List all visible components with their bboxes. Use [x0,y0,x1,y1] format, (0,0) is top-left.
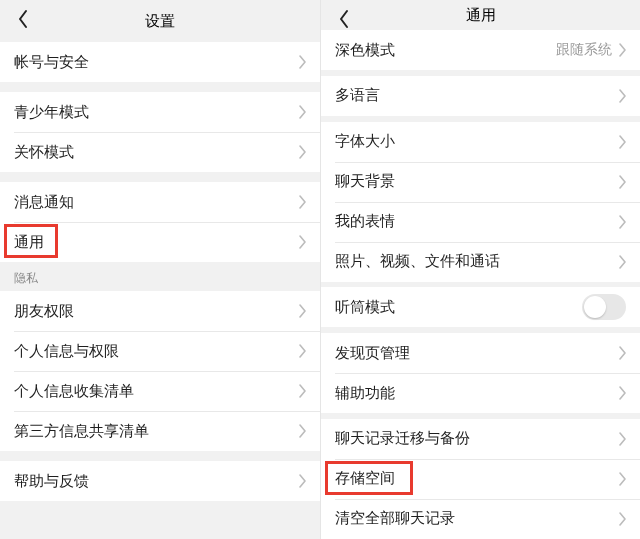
chevron-right-icon [298,105,306,119]
row-dark-mode[interactable]: 深色模式 跟随系统 [321,30,640,70]
toggle-switch[interactable] [582,294,626,320]
chevron-left-icon [17,9,29,33]
chevron-right-icon [618,255,626,269]
row-chat-migration-backup[interactable]: 聊天记录迁移与备份 [321,419,640,459]
row-label: 发现页管理 [335,344,410,363]
row-label: 聊天记录迁移与备份 [335,429,470,448]
chevron-right-icon [298,304,306,318]
chevron-right-icon [298,195,306,209]
row-help-feedback[interactable]: 帮助与反馈 [0,461,320,501]
chevron-right-icon [298,235,306,249]
chevron-right-icon [298,424,306,438]
phone-settings: 设置 帐号与安全 青少年模式 关怀模式 消息通知 [0,0,320,539]
row-label: 我的表情 [335,212,395,231]
group-c: 字体大小 聊天背景 我的表情 照片、视频、文件和通话 [321,122,640,282]
row-label: 帐号与安全 [14,53,89,72]
row-label: 朋友权限 [14,302,74,321]
group-e: 发现页管理 辅助功能 [321,333,640,413]
phone-general: 通用 深色模式 跟随系统 多语言 字体大小 [320,0,640,539]
row-label: 聊天背景 [335,172,395,191]
chevron-right-icon [618,512,626,526]
page-title: 设置 [145,12,175,31]
row-friend-permissions[interactable]: 朋友权限 [0,291,320,331]
row-label: 个人信息收集清单 [14,382,134,401]
chevron-right-icon [618,43,626,57]
row-label: 字体大小 [335,132,395,151]
row-label: 存储空间 [335,469,395,488]
chevron-right-icon [618,472,626,486]
row-label: 青少年模式 [14,103,89,122]
row-earpiece-mode[interactable]: 听筒模式 [321,287,640,327]
row-account-security[interactable]: 帐号与安全 [0,42,320,82]
row-media-files-calls[interactable]: 照片、视频、文件和通话 [321,242,640,282]
group-d: 听筒模式 [321,287,640,327]
row-personal-info-permissions[interactable]: 个人信息与权限 [0,331,320,371]
row-label: 关怀模式 [14,143,74,162]
group-b: 青少年模式 关怀模式 [0,92,320,172]
row-third-party-sharing[interactable]: 第三方信息共享清单 [0,411,320,451]
chevron-right-icon [618,346,626,360]
row-personal-info-collection[interactable]: 个人信息收集清单 [0,371,320,411]
row-label: 深色模式 [335,41,395,60]
row-storage[interactable]: 存储空间 [321,459,640,499]
row-teen-mode[interactable]: 青少年模式 [0,92,320,132]
row-discover-management[interactable]: 发现页管理 [321,333,640,373]
divider [0,451,320,461]
row-label: 个人信息与权限 [14,342,119,361]
row-label: 多语言 [335,86,380,105]
page-title: 通用 [466,6,496,25]
row-label: 清空全部聊天记录 [335,509,455,528]
group-a: 深色模式 跟随系统 [321,30,640,70]
row-label: 第三方信息共享清单 [14,422,149,441]
divider [0,172,320,182]
chevron-right-icon [618,386,626,400]
chevron-right-icon [618,215,626,229]
group-e: 帮助与反馈 [0,461,320,501]
row-label: 通用 [14,233,44,252]
row-value: 跟随系统 [556,41,612,59]
row-font-size[interactable]: 字体大小 [321,122,640,162]
row-label: 消息通知 [14,193,74,212]
row-label: 帮助与反馈 [14,472,89,491]
row-general[interactable]: 通用 [0,222,320,262]
group-f: 聊天记录迁移与备份 存储空间 清空全部聊天记录 [321,419,640,539]
row-label: 辅助功能 [335,384,395,403]
chevron-right-icon [298,55,306,69]
group-b: 多语言 [321,76,640,116]
row-care-mode[interactable]: 关怀模式 [0,132,320,172]
chevron-right-icon [298,384,306,398]
chevron-right-icon [298,344,306,358]
header-general: 通用 [321,0,640,30]
row-label: 听筒模式 [335,298,395,317]
back-button[interactable] [8,0,38,42]
chevron-right-icon [618,135,626,149]
chevron-right-icon [618,432,626,446]
row-language[interactable]: 多语言 [321,76,640,116]
app-wrap: 设置 帐号与安全 青少年模式 关怀模式 消息通知 [0,0,640,539]
chevron-right-icon [298,474,306,488]
row-accessibility[interactable]: 辅助功能 [321,373,640,413]
chevron-right-icon [298,145,306,159]
row-chat-background[interactable]: 聊天背景 [321,162,640,202]
row-notifications[interactable]: 消息通知 [0,182,320,222]
chevron-right-icon [618,175,626,189]
section-label-privacy: 隐私 [0,262,320,291]
row-label: 照片、视频、文件和通话 [335,252,500,271]
row-clear-all-chats[interactable]: 清空全部聊天记录 [321,499,640,539]
group-d: 朋友权限 个人信息与权限 个人信息收集清单 第三方信息共享清单 [0,291,320,451]
chevron-right-icon [618,89,626,103]
header-settings: 设置 [0,0,320,42]
row-my-stickers[interactable]: 我的表情 [321,202,640,242]
group-c: 消息通知 通用 [0,182,320,262]
group-a: 帐号与安全 [0,42,320,82]
divider [0,82,320,92]
